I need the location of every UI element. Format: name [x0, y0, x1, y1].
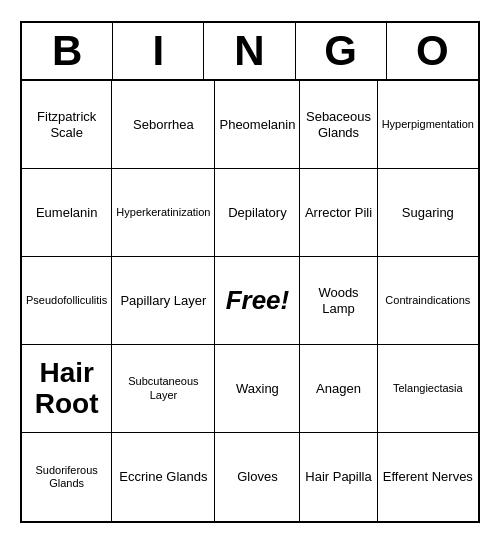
bingo-cell-6: Hyperkeratinization [112, 169, 215, 257]
bingo-cell-17: Waxing [215, 345, 300, 433]
bingo-cell-18: Anagen [300, 345, 377, 433]
bingo-cell-16: Subcutaneous Layer [112, 345, 215, 433]
bingo-cell-4: Hyperpigmentation [378, 81, 478, 169]
bingo-cell-12: Free! [215, 257, 300, 345]
bingo-letter-g: G [296, 23, 387, 79]
bingo-cell-23: Hair Papilla [300, 433, 377, 521]
bingo-cell-14: Contraindications [378, 257, 478, 345]
bingo-cell-24: Efferent Nerves [378, 433, 478, 521]
bingo-letter-i: I [113, 23, 204, 79]
bingo-cell-2: Pheomelanin [215, 81, 300, 169]
bingo-cell-3: Sebaceous Glands [300, 81, 377, 169]
bingo-cell-8: Arrector Pili [300, 169, 377, 257]
bingo-cell-9: Sugaring [378, 169, 478, 257]
bingo-card: BINGO Fitzpatrick ScaleSeborrheaPheomela… [20, 21, 480, 523]
bingo-cell-10: Pseudofolliculitis [22, 257, 112, 345]
bingo-cell-22: Gloves [215, 433, 300, 521]
bingo-cell-0: Fitzpatrick Scale [22, 81, 112, 169]
bingo-cell-7: Depilatory [215, 169, 300, 257]
bingo-cell-13: Woods Lamp [300, 257, 377, 345]
bingo-cell-5: Eumelanin [22, 169, 112, 257]
bingo-letter-o: O [387, 23, 478, 79]
bingo-cell-15: Hair Root [22, 345, 112, 433]
bingo-cell-19: Telangiectasia [378, 345, 478, 433]
bingo-letter-n: N [204, 23, 295, 79]
bingo-cell-20: Sudoriferous Glands [22, 433, 112, 521]
bingo-cell-11: Papillary Layer [112, 257, 215, 345]
bingo-letter-b: B [22, 23, 113, 79]
bingo-cell-21: Eccrine Glands [112, 433, 215, 521]
bingo-cell-1: Seborrhea [112, 81, 215, 169]
bingo-grid: Fitzpatrick ScaleSeborrheaPheomelaninSeb… [22, 81, 478, 521]
bingo-header: BINGO [22, 23, 478, 81]
